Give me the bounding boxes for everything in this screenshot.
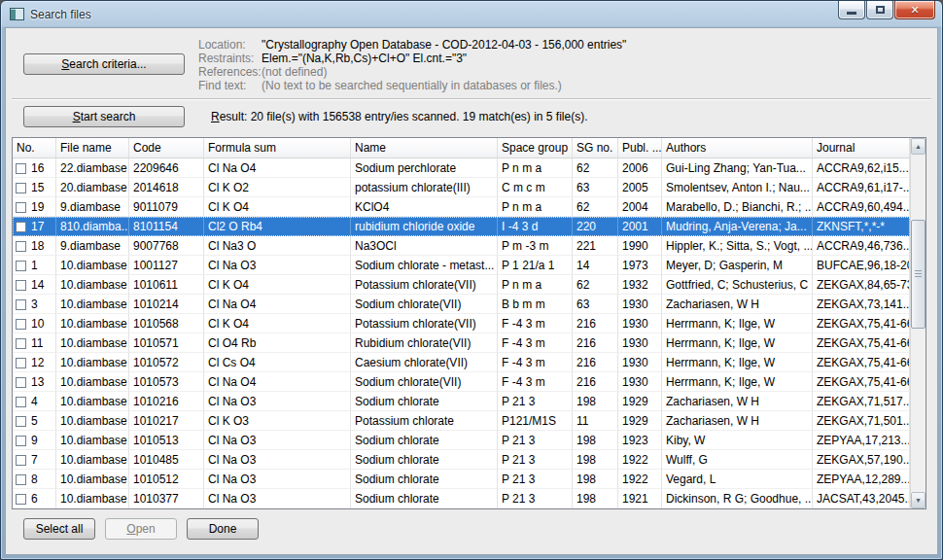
column-header-sgno[interactable]: SG no. — [573, 138, 618, 158]
cell-sgno: 62 — [573, 158, 618, 178]
criteria-value: (No text to be searched sequentially in … — [262, 79, 562, 92]
start-search-button[interactable]: Start search — [23, 106, 185, 127]
cell-journal: ACCRA9,62,i15... — [813, 158, 910, 178]
cell-journal: ZEKGAX,84,65-73 — [813, 275, 910, 295]
row-checkbox[interactable] — [16, 474, 26, 485]
cell-name: Sodium chlorate - metast... — [351, 256, 498, 275]
row-checkbox[interactable] — [16, 319, 26, 330]
select-all-button[interactable]: Select all — [23, 518, 95, 540]
column-header-name[interactable]: Name — [351, 138, 498, 158]
criteria-value: "Crystallography Open Database - COD-201… — [262, 38, 626, 52]
search-section: Start search Result: 20 file(s) with 156… — [12, 106, 931, 127]
search-criteria-button[interactable]: Search criteria... — [23, 53, 185, 75]
table-row[interactable]: 310.diambase1010214Cl Na O4Sodium chlora… — [13, 295, 910, 314]
row-checkbox[interactable] — [16, 280, 26, 291]
table-row[interactable]: 1010.diambase1010568Cl K O4Potassium chl… — [13, 314, 910, 333]
cell-authors: Hippler, K.; Sitta, S.; Vogt, ... — [662, 236, 813, 256]
row-checkbox[interactable] — [16, 261, 26, 271]
column-header-file[interactable]: File name — [56, 138, 129, 158]
criteria-label: References: — [198, 65, 262, 79]
window-title: Search files — [30, 8, 91, 21]
cell-name: Potassium chlorate(VII) — [351, 275, 498, 295]
row-checkbox[interactable] — [16, 455, 26, 466]
row-checkbox[interactable] — [16, 241, 26, 252]
column-header-publ[interactable]: Publ. ... — [618, 138, 662, 158]
table-row[interactable]: 1410.diambase1010611Cl K O4Potassium chl… — [13, 275, 910, 295]
row-checkbox[interactable] — [16, 436, 26, 446]
scrollbar-track[interactable] — [911, 155, 926, 492]
cell-name: Sodium perchlorate — [351, 158, 498, 178]
minimize-icon — [847, 12, 856, 15]
table-row[interactable]: 810.diambase1010512Cl Na O3Sodium chlora… — [13, 470, 910, 489]
search-files-window: Search files ✕ Search criteria... Locati… — [0, 0, 943, 560]
cell-publ: 1930 — [618, 353, 662, 372]
table-row[interactable]: 410.diambase1010216Cl Na O3Sodium chlora… — [13, 392, 910, 411]
table-row[interactable]: 1520.diambase2014618Cl K O2potassium chl… — [13, 178, 910, 197]
cell-formula: Cl2 O Rb4 — [204, 217, 351, 236]
cell-code: 2209646 — [129, 158, 204, 178]
cell-journal: ZKNSFT,*,*-* — [813, 217, 910, 236]
maximize-button[interactable] — [866, 1, 893, 19]
table-row[interactable]: 17810.diamba...8101154Cl2 O Rb4rubidium … — [13, 217, 910, 236]
close-button[interactable]: ✕ — [894, 1, 935, 19]
column-header-authors[interactable]: Authors — [662, 138, 813, 158]
cell-formula: Cl K O4 — [204, 197, 351, 217]
vertical-scrollbar[interactable]: ▲ ▼ — [910, 138, 926, 508]
cell-sgno: 63 — [573, 295, 618, 314]
row-checkbox[interactable] — [16, 183, 26, 193]
column-header-no[interactable]: No. — [13, 138, 56, 158]
cell-sgno: 216 — [573, 314, 618, 333]
row-checkbox[interactable] — [16, 494, 26, 505]
cell-file: 9.diambase — [56, 197, 129, 217]
cell-sgno: 216 — [573, 333, 618, 353]
column-header-formula[interactable]: Formula sum — [204, 138, 351, 158]
cell-authors: Smolentsev, Anton I.; Nau... — [662, 178, 813, 197]
cell-no: 19 — [13, 197, 56, 217]
cell-name: Sodium chlorate(VII) — [351, 372, 498, 392]
scrollbar-grip-icon — [915, 270, 922, 278]
cell-publ: 1930 — [618, 333, 662, 353]
scrollbar-thumb[interactable] — [911, 220, 926, 329]
table-row[interactable]: 910.diambase1010513Cl Na O3Sodium chlora… — [13, 431, 910, 450]
criteria-button-column: Search criteria... — [12, 36, 198, 92]
table-row[interactable]: 1210.diambase1010572Cl Cs O4Caesium chlo… — [13, 353, 910, 372]
row-checkbox[interactable] — [16, 358, 26, 368]
cell-journal: JACSAT,43,2045... — [813, 489, 910, 508]
row-checkbox[interactable] — [16, 397, 26, 407]
row-checkbox[interactable] — [16, 222, 26, 232]
table-row[interactable]: 1310.diambase1010573Cl Na O4Sodium chlor… — [13, 372, 910, 392]
column-header-sg[interactable]: Space group — [498, 138, 573, 158]
table-row[interactable]: 199.diambase9011079Cl K O4KClO4P n m a62… — [13, 197, 910, 217]
row-checkbox[interactable] — [16, 338, 26, 349]
row-checkbox[interactable] — [16, 416, 26, 427]
open-button[interactable]: Open — [105, 518, 177, 540]
table-row[interactable]: 510.diambase1010217Cl K O3Potassium chlo… — [13, 411, 910, 431]
table-row[interactable]: 189.diambase9007768Cl Na3 ONa3OClP m -3 … — [13, 236, 910, 256]
scroll-up-button[interactable]: ▲ — [911, 138, 926, 155]
table-row[interactable]: 610.diambase1010377Cl Na O3Sodium chlora… — [13, 489, 910, 508]
cell-sgno: 221 — [573, 236, 618, 256]
column-header-journal[interactable]: Journal — [813, 138, 910, 158]
done-button[interactable]: Done — [187, 518, 259, 540]
table-row[interactable]: 710.diambase1010485Cl Na O3Sodium chlora… — [13, 450, 910, 470]
cell-sg: C m c m — [498, 178, 573, 197]
cell-sg: P n m a — [498, 197, 573, 217]
titlebar[interactable]: Search files ✕ — [1, 1, 942, 27]
column-header-code[interactable]: Code — [129, 138, 204, 158]
minimize-button[interactable] — [838, 1, 865, 19]
cell-file: 10.diambase — [56, 450, 129, 470]
table-row[interactable]: 1110.diambase1010571Cl O4 RbRubidium chl… — [13, 333, 910, 353]
row-checkbox[interactable] — [16, 163, 26, 174]
row-checkbox[interactable] — [16, 202, 26, 213]
cell-formula: Cl Na O4 — [204, 158, 351, 178]
dialog-content: Search criteria... Location:"Crystallogr… — [5, 27, 938, 555]
cell-name: Sodium chlorate — [351, 450, 498, 470]
cell-sg: P 21 3 — [498, 450, 573, 470]
row-checkbox[interactable] — [16, 377, 26, 388]
row-checkbox[interactable] — [16, 299, 26, 310]
table-row[interactable]: 1622.diambase2209646Cl Na O4Sodium perch… — [13, 158, 910, 178]
table-row[interactable]: 110.diambase1001127Cl Na O3Sodium chlora… — [13, 256, 910, 275]
scroll-down-button[interactable]: ▼ — [911, 492, 926, 508]
cell-sgno: 63 — [573, 178, 618, 197]
cell-code: 1010571 — [129, 333, 204, 353]
